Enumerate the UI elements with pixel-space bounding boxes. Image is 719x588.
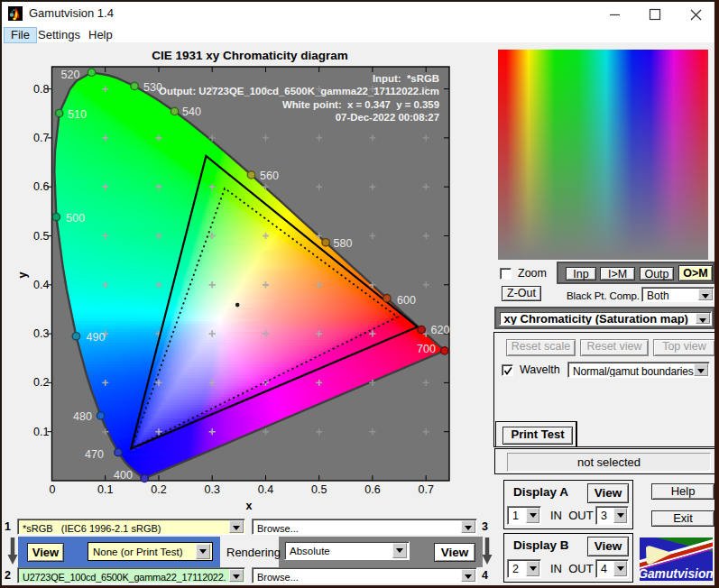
svg-text:0.4: 0.4	[33, 279, 49, 291]
svg-text:0.6: 0.6	[33, 180, 49, 193]
svg-text:520: 520	[61, 69, 80, 81]
svg-text:x: x	[246, 500, 253, 512]
svg-text:700: 700	[417, 343, 436, 355]
svg-text:620: 620	[431, 324, 450, 336]
svg-text:580: 580	[334, 237, 353, 250]
svg-text:540: 540	[182, 106, 201, 118]
svg-text:Input: *sRGB: Input: *sRGB	[373, 73, 439, 84]
svg-text:0.7: 0.7	[33, 132, 49, 144]
svg-text:0.5: 0.5	[33, 230, 49, 243]
svg-text:0.1: 0.1	[97, 483, 113, 496]
svg-text:CIE 1931 xy Chromaticity diagr: CIE 1931 xy Chromaticity diagram	[152, 49, 348, 62]
svg-text:500: 500	[66, 212, 85, 225]
svg-text:0: 0	[50, 483, 56, 496]
svg-text:480: 480	[73, 410, 92, 423]
svg-text:470: 470	[85, 448, 104, 461]
svg-text:600: 600	[397, 294, 416, 307]
svg-text:490: 490	[87, 331, 106, 344]
svg-text:Gamutvision: Gamutvision	[640, 567, 713, 581]
svg-text:0.8: 0.8	[33, 83, 49, 96]
svg-text:y: y	[16, 271, 29, 278]
svg-text:07-Dec-2022 00:08:27: 07-Dec-2022 00:08:27	[336, 112, 439, 123]
svg-text:0.5: 0.5	[311, 483, 327, 496]
svg-text:560: 560	[260, 170, 279, 182]
svg-text:510: 510	[68, 108, 87, 121]
svg-text:0.7: 0.7	[419, 483, 434, 496]
svg-text:White point: x = 0.347 y = 0: White point: x = 0.347 y = 0.359	[282, 99, 439, 110]
svg-text:Output: U2723QE_100cd_6500K_ga: Output: U2723QE_100cd_6500K_gamma22_1711…	[159, 86, 439, 96]
svg-text:0.2: 0.2	[151, 483, 166, 496]
svg-text:400: 400	[114, 469, 133, 482]
svg-text:0.3: 0.3	[33, 327, 49, 340]
svg-text:0.4: 0.4	[258, 483, 273, 496]
svg-text:0.2: 0.2	[33, 376, 49, 389]
svg-text:0.6: 0.6	[364, 483, 380, 496]
svg-text:0.3: 0.3	[205, 483, 220, 496]
svg-text:0.1: 0.1	[33, 426, 49, 438]
